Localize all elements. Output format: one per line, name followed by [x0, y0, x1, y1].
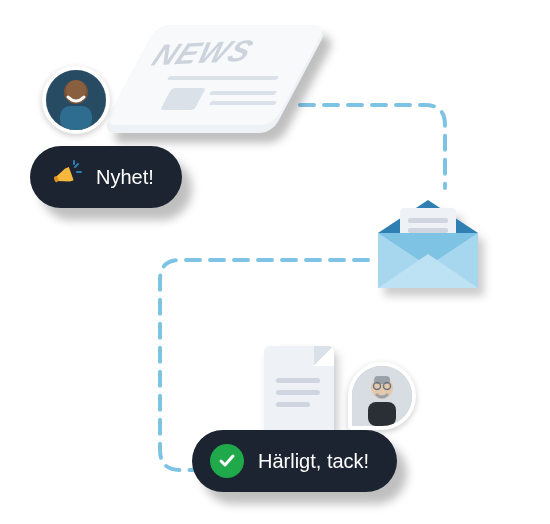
newspaper-icon: NEWS	[130, 28, 300, 148]
reply-bubble: Härligt, tack!	[192, 430, 397, 492]
svg-rect-3	[60, 106, 92, 130]
svg-rect-11	[368, 402, 396, 426]
communication-flow-diagram: NEWS Nyhet!	[0, 0, 550, 524]
svg-rect-7	[408, 228, 448, 233]
envelope-icon	[368, 188, 488, 298]
newspaper-masthead: NEWS	[147, 34, 260, 73]
reply-label: Härligt, tack!	[258, 450, 369, 473]
avatar-sender	[42, 66, 110, 134]
svg-rect-6	[408, 218, 448, 223]
announcement-label: Nyhet!	[96, 166, 154, 189]
megaphone-icon	[48, 160, 82, 194]
avatar-recipient	[348, 362, 416, 430]
checkmark-icon	[210, 444, 244, 478]
announcement-bubble: Nyhet!	[30, 146, 182, 208]
document-icon	[264, 346, 334, 436]
